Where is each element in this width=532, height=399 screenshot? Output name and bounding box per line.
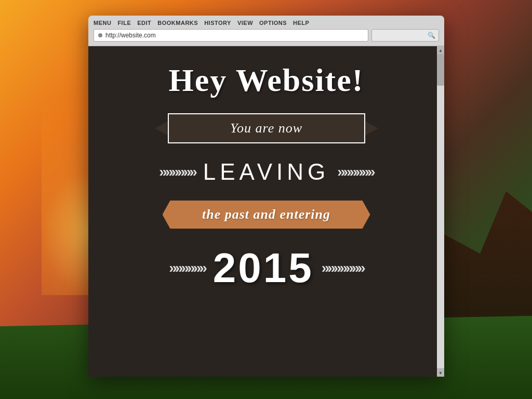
browser-content: ▲ ▼ Hey Website! You are now <box>88 46 444 377</box>
menu-item-help[interactable]: HELP <box>293 20 309 26</box>
scrollbar-up-button[interactable]: ▲ <box>437 46 444 55</box>
search-box[interactable]: 🔍 <box>371 29 439 42</box>
main-title: Hey Website! <box>169 62 364 99</box>
address-bar-row: http://website.com 🔍 <box>94 29 439 42</box>
menu-item-history[interactable]: HISTORY <box>204 20 231 26</box>
search-icon: 🔍 <box>428 32 435 39</box>
menu-bar: MENU FILE EDIT BOOKMARKS HISTORY VIEW OP… <box>94 20 439 26</box>
arrows-right-leaving: »»»»»» <box>337 164 373 180</box>
arrows-left-leaving: »»»»»» <box>159 164 195 180</box>
banner-text: the past and entering <box>202 207 330 222</box>
year-text: 2015 <box>213 244 314 292</box>
arrows-right-year: »»»»»»» <box>322 260 364 276</box>
scrollbar-track <box>437 55 444 368</box>
year-row: »»»»»» 2015 »»»»»»» <box>99 244 434 292</box>
url-text: http://website.com <box>105 32 156 39</box>
leaving-row: »»»»»» LEAVING »»»»»» <box>99 159 434 185</box>
browser-window: MENU FILE EDIT BOOKMARKS HISTORY VIEW OP… <box>88 16 444 377</box>
menu-item-file[interactable]: FILE <box>117 20 131 26</box>
menu-item-menu[interactable]: MENU <box>94 20 111 26</box>
browser-chrome: MENU FILE EDIT BOOKMARKS HISTORY VIEW OP… <box>88 16 444 46</box>
menu-item-edit[interactable]: EDIT <box>137 20 151 26</box>
menu-item-options[interactable]: OPTIONS <box>259 20 287 26</box>
address-bar[interactable]: http://website.com <box>94 29 368 42</box>
ribbon-container: You are now <box>157 113 376 143</box>
scrollbar[interactable]: ▲ ▼ <box>437 46 444 377</box>
ribbon-text: You are now <box>230 121 302 136</box>
secure-icon <box>98 33 102 37</box>
menu-item-bookmarks[interactable]: BOOKMARKS <box>157 20 198 26</box>
scrollbar-down-button[interactable]: ▼ <box>437 368 444 377</box>
scrollbar-thumb[interactable] <box>437 55 444 86</box>
arrows-left-year: »»»»»» <box>169 260 205 276</box>
leaving-text: LEAVING <box>203 159 329 185</box>
brown-banner: the past and entering <box>163 201 370 229</box>
ribbon-band: You are now <box>168 113 365 143</box>
menu-item-view[interactable]: VIEW <box>237 20 253 26</box>
